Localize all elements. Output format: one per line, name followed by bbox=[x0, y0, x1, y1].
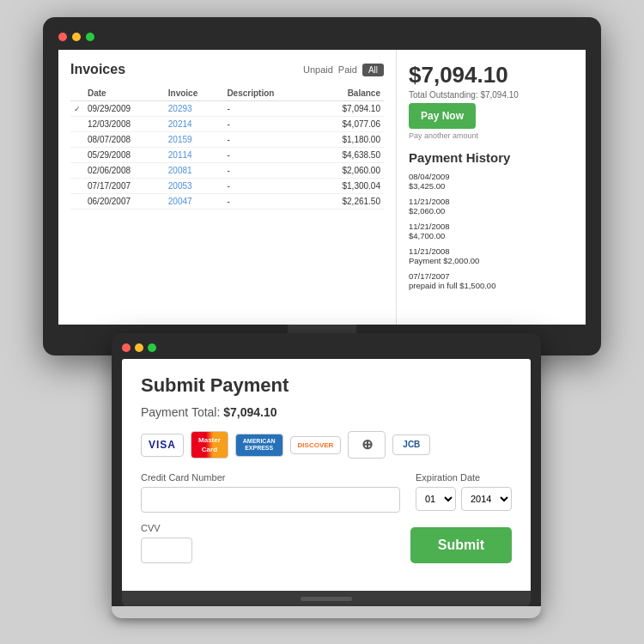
exp-year-select[interactable]: 20132014201520162017201820192020 bbox=[461, 487, 512, 511]
monitor: Invoices Unpaid Paid All Date Invoice De… bbox=[43, 17, 601, 355]
laptop-close-btn[interactable] bbox=[122, 343, 131, 352]
row-checkbox[interactable] bbox=[70, 117, 84, 132]
monitor-close-btn[interactable] bbox=[58, 33, 67, 41]
laptop: Submit Payment Payment Total: $7,094.10 … bbox=[112, 333, 541, 606]
cc-exp-row: Credit Card Number Expiration Date 01020… bbox=[141, 472, 512, 513]
jcb-icon: JCB bbox=[392, 434, 430, 455]
right-panel: $7,094.10 Total Outstanding: $7,094.10 P… bbox=[397, 50, 586, 325]
monitor-maximize-btn[interactable] bbox=[86, 33, 94, 41]
pay-now-button[interactable]: Pay Now bbox=[409, 103, 476, 129]
row-description: - bbox=[223, 101, 311, 117]
row-description: - bbox=[223, 163, 311, 179]
payment-total-line: Payment Total: $7,094.10 bbox=[141, 405, 512, 419]
payment-total-label: Payment Total: bbox=[141, 405, 220, 419]
discover-icon: DISCOVER bbox=[290, 436, 342, 454]
payment-total-amount: $7,094.10 bbox=[223, 405, 276, 419]
col-invoice: Invoice bbox=[165, 86, 224, 101]
submit-button[interactable]: Submit bbox=[410, 527, 512, 563]
row-description: - bbox=[223, 179, 311, 194]
row-checkbox[interactable] bbox=[70, 179, 84, 194]
row-date: 02/06/2008 bbox=[84, 163, 165, 179]
laptop-trackpad-notch bbox=[301, 597, 352, 601]
history-amount: Payment $2,000.00 bbox=[409, 256, 574, 265]
cvv-submit-row: CVV Submit bbox=[141, 523, 512, 563]
row-balance: $1,180.00 bbox=[311, 132, 384, 148]
laptop-minimize-btn[interactable] bbox=[135, 343, 143, 352]
row-balance: $1,300.04 bbox=[311, 179, 384, 194]
laptop-base bbox=[112, 606, 541, 618]
history-entry: 11/21/2008$4,700.00 bbox=[409, 222, 574, 240]
history-date: 08/04/2009 bbox=[409, 172, 574, 181]
history-amount: $3,425.00 bbox=[409, 181, 574, 191]
cvv-input[interactable] bbox=[141, 538, 192, 563]
invoices-title: Invoices bbox=[70, 62, 125, 77]
filter-buttons: Unpaid Paid All bbox=[303, 64, 384, 76]
payment-history-list: 08/04/2009$3,425.0011/21/2008$2,060.0011… bbox=[409, 172, 574, 290]
row-date: 09/29/2009 bbox=[84, 101, 165, 117]
table-row[interactable]: 12/03/2008 20214 - $4,077.06 bbox=[70, 117, 384, 132]
laptop-maximize-btn[interactable] bbox=[148, 343, 156, 352]
row-description: - bbox=[223, 194, 311, 210]
cc-input[interactable] bbox=[141, 487, 400, 513]
cc-group: Credit Card Number bbox=[141, 472, 400, 513]
row-invoice[interactable]: 20081 bbox=[165, 163, 224, 179]
history-date: 07/17/2007 bbox=[409, 271, 574, 281]
table-row[interactable]: 02/06/2008 20081 - $2,060.00 bbox=[70, 163, 384, 179]
visa-icon: VISA bbox=[141, 434, 184, 457]
history-amount: $4,700.00 bbox=[409, 231, 574, 240]
row-checkbox[interactable] bbox=[70, 194, 84, 210]
diners-icon: ⊕ bbox=[348, 431, 386, 459]
history-entry: 08/04/2009$3,425.00 bbox=[409, 172, 574, 191]
table-row[interactable]: 08/07/2008 20159 - $1,180.00 bbox=[70, 132, 384, 148]
row-balance: $2,261.50 bbox=[311, 194, 384, 210]
laptop-screen: Submit Payment Payment Total: $7,094.10 … bbox=[122, 359, 531, 591]
row-checkbox[interactable]: ✓ bbox=[70, 101, 84, 117]
history-amount: $2,060.00 bbox=[409, 206, 574, 216]
invoices-header: Invoices Unpaid Paid All bbox=[70, 62, 384, 77]
col-date: Date bbox=[84, 86, 165, 101]
total-outstanding-label: Total Outstanding: $7,094.10 bbox=[409, 90, 574, 100]
row-invoice[interactable]: 20293 bbox=[165, 101, 224, 117]
row-invoice[interactable]: 20159 bbox=[165, 132, 224, 148]
mastercard-icon: MasterCard bbox=[191, 431, 228, 459]
table-row[interactable]: ✓ 09/29/2009 20293 - $7,094.10 bbox=[70, 101, 384, 117]
history-entry: 11/21/2008$2,060.00 bbox=[409, 197, 574, 216]
col-checkbox bbox=[70, 86, 84, 101]
row-balance: $4,638.50 bbox=[311, 148, 384, 163]
row-invoice[interactable]: 20114 bbox=[165, 148, 224, 163]
card-icons-row: VISA MasterCard AMERICANEXPRESS DISCOVER… bbox=[141, 431, 512, 459]
row-checkbox[interactable] bbox=[70, 163, 84, 179]
row-date: 05/29/2008 bbox=[84, 148, 165, 163]
filter-all[interactable]: All bbox=[362, 64, 384, 76]
submit-payment-title: Submit Payment bbox=[141, 374, 512, 397]
monitor-top-bar bbox=[58, 33, 586, 41]
exp-month-select[interactable]: 010203040506070809101112 bbox=[416, 487, 456, 511]
history-entry: 07/17/2007prepaid in full $1,500.00 bbox=[409, 271, 574, 290]
row-date: 12/03/2008 bbox=[84, 117, 165, 132]
pay-another-link[interactable]: Pay another amount bbox=[409, 131, 574, 140]
row-checkbox[interactable] bbox=[70, 132, 84, 148]
table-row[interactable]: 05/29/2008 20114 - $4,638.50 bbox=[70, 148, 384, 163]
cc-label: Credit Card Number bbox=[141, 472, 400, 483]
history-entry: 11/21/2008Payment $2,000.00 bbox=[409, 246, 574, 265]
row-description: - bbox=[223, 148, 311, 163]
payment-history-title: Payment History bbox=[409, 150, 574, 165]
total-amount: $7,094.10 bbox=[409, 62, 574, 88]
row-balance: $2,060.00 bbox=[311, 163, 384, 179]
row-invoice[interactable]: 20053 bbox=[165, 179, 224, 194]
row-invoice[interactable]: 20047 bbox=[165, 194, 224, 210]
filter-unpaid[interactable]: Unpaid bbox=[303, 64, 333, 75]
exp-selects: 010203040506070809101112 201320142015201… bbox=[416, 487, 512, 511]
history-date: 11/21/2008 bbox=[409, 222, 574, 231]
table-row[interactable]: 07/17/2007 20053 - $1,300.04 bbox=[70, 179, 384, 194]
filter-paid[interactable]: Paid bbox=[338, 64, 357, 75]
monitor-minimize-btn[interactable] bbox=[72, 33, 81, 41]
invoices-panel: Invoices Unpaid Paid All Date Invoice De… bbox=[58, 50, 397, 325]
row-invoice[interactable]: 20214 bbox=[165, 117, 224, 132]
exp-group: Expiration Date 010203040506070809101112… bbox=[416, 472, 512, 513]
table-row[interactable]: 06/20/2007 20047 - $2,261.50 bbox=[70, 194, 384, 210]
monitor-wrapper: Invoices Unpaid Paid All Date Invoice De… bbox=[43, 17, 601, 355]
cvv-group: CVV bbox=[141, 523, 192, 563]
row-checkbox[interactable] bbox=[70, 148, 84, 163]
row-description: - bbox=[223, 117, 311, 132]
